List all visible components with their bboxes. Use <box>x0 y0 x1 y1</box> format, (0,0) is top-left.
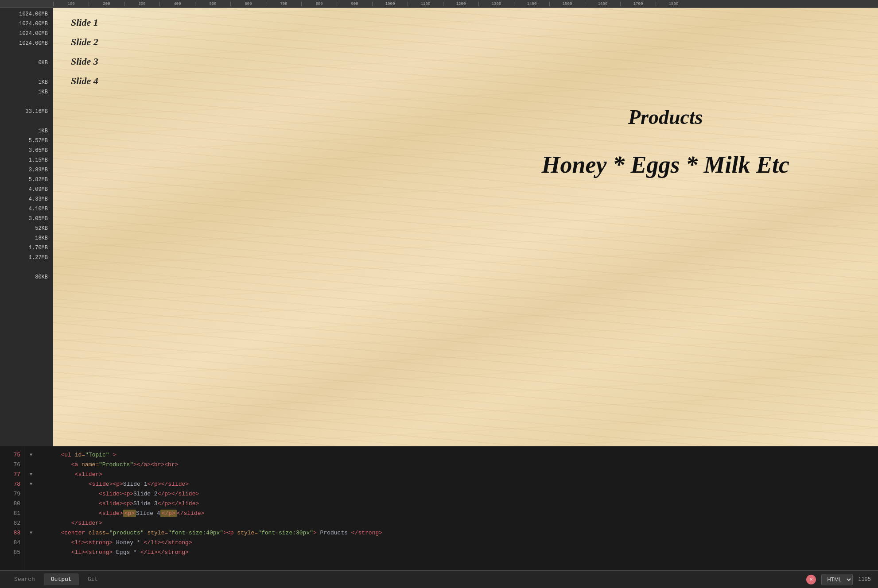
code-editor[interactable]: 75 76 77 78 79 80 81 82 83 84 85 ▼ <ul i… <box>0 446 878 570</box>
code-line-84: <li><strong> Honey * </li></strong> <box>30 538 878 547</box>
sidebar-item: 80KB <box>4 273 50 282</box>
line-num-82: 82 <box>0 518 24 528</box>
line-count: 1105 <box>858 576 871 583</box>
sidebar-item: 3.65MB <box>4 146 50 155</box>
sidebar-item: 1KB <box>4 88 50 97</box>
sidebar-item: 0KB <box>4 58 50 67</box>
fold-arrow[interactable]: ▼ <box>30 453 32 457</box>
sidebar-item: 52KB <box>4 224 50 233</box>
code-line-75: ▼ <ul id= "Topic" > <box>30 450 878 460</box>
main-area: 1024.00MB 1024.00MB 1024.00MB 1024.00MB … <box>0 8 878 446</box>
ruler-mark: 1500 <box>549 2 585 6</box>
ruler-mark: 1300 <box>478 2 514 6</box>
ruler-mark: 1200 <box>443 2 478 6</box>
sidebar-item <box>4 68 50 77</box>
tab-git[interactable]: Git <box>81 573 105 585</box>
status-tabs: Search Output Git <box>7 573 105 585</box>
slide-item-3: Slide 3 <box>71 56 860 67</box>
code-line-76: <a name= "Products" ></a><br><br> <box>30 460 878 469</box>
sidebar-item <box>4 49 50 58</box>
ruler-mark: 1600 <box>585 2 620 6</box>
sidebar-item: 1KB <box>4 78 50 87</box>
tab-search[interactable]: Search <box>7 573 42 585</box>
ruler-mark: 1700 <box>620 2 656 6</box>
sidebar-item <box>4 97 50 106</box>
ruler-mark: 100 <box>53 2 89 6</box>
code-line-83: ▼ <center class= "products" style= "font… <box>30 528 878 538</box>
slide-list: Slide 1 Slide 2 Slide 3 Slide 4 <box>71 17 860 87</box>
sidebar-item: 1024.00MB <box>4 39 50 48</box>
ruler-mark: 1100 <box>408 2 443 6</box>
line-num-79: 79 <box>0 489 24 499</box>
sidebar-item <box>4 117 50 126</box>
preview-content: Slide 1 Slide 2 Slide 3 Slide 4 <box>53 8 878 109</box>
ruler-mark: 600 <box>230 2 266 6</box>
slide-item-2: Slide 2 <box>71 36 860 48</box>
ruler-mark: 400 <box>159 2 195 6</box>
language-selector[interactable]: HTML <box>821 574 853 585</box>
line-num-80: 80 <box>0 499 24 508</box>
ruler-mark: 1800 <box>656 2 691 6</box>
status-right: ✕ HTML 1105 <box>806 574 871 585</box>
line-num-77: 77 <box>0 469 24 479</box>
sidebar-item: 1.15MB <box>4 156 50 165</box>
ruler-mark: 200 <box>89 2 124 6</box>
sidebar: 1024.00MB 1024.00MB 1024.00MB 1024.00MB … <box>0 8 53 446</box>
sidebar-item: 1.27MB <box>4 253 50 262</box>
fold-arrow-83[interactable]: ▼ <box>30 530 32 535</box>
sidebar-item: 1024.00MB <box>4 29 50 38</box>
line-num-85: 85 <box>0 547 24 557</box>
preview-area: Slide 1 Slide 2 Slide 3 Slide 4 Products… <box>53 8 878 446</box>
sidebar-item: 4.10MB <box>4 205 50 213</box>
slide-item-4: Slide 4 <box>71 75 860 87</box>
code-line-82: </slider> <box>30 518 878 528</box>
sidebar-item: 1024.00MB <box>4 10 50 19</box>
ruler-marks: 100 200 300 400 500 600 700 800 900 1000… <box>53 2 691 6</box>
line-num-81: 81 <box>0 508 24 518</box>
sidebar-item: 4.09MB <box>4 185 50 194</box>
sidebar-item: 1024.00MB <box>4 19 50 28</box>
sidebar-item <box>4 263 50 272</box>
products-section: Products Honey * Eggs * Milk Etc <box>541 105 789 178</box>
ruler-mark: 300 <box>124 2 159 6</box>
line-numbers: 75 76 77 78 79 80 81 82 83 84 85 <box>0 446 24 570</box>
slide-item-1: Slide 1 <box>71 17 860 28</box>
close-button[interactable]: ✕ <box>806 575 816 584</box>
ruler-mark: 1000 <box>372 2 408 6</box>
sidebar-item: 33.16MB <box>4 107 50 116</box>
sidebar-item: 4.33MB <box>4 195 50 204</box>
code-line-77: ▼ <slider> <box>30 469 878 479</box>
fold-arrow-77[interactable]: ▼ <box>30 472 32 477</box>
code-content[interactable]: ▼ <ul id= "Topic" > <a name= "Products" … <box>24 446 878 570</box>
ruler-mark: 500 <box>195 2 230 6</box>
line-num-76: 76 <box>0 460 24 469</box>
sidebar-item: 18KB <box>4 234 50 243</box>
code-line-85: <li><strong> Eggs * </li></strong> <box>30 547 878 557</box>
code-line-80: <slide><p> Slide 3 </p></slide> <box>30 499 878 508</box>
editor-area: 75 76 77 78 79 80 81 82 83 84 85 ▼ <ul i… <box>0 446 878 588</box>
code-line-79: <slide><p> Slide 2 </p></slide> <box>30 489 878 499</box>
sidebar-item: 5.82MB <box>4 175 50 184</box>
products-subtitle: Honey * Eggs * Milk Etc <box>541 151 789 178</box>
sidebar-item: 1KB <box>4 127 50 135</box>
fold-arrow-78[interactable]: ▼ <box>30 482 32 487</box>
ruler: 100 200 300 400 500 600 700 800 900 1000… <box>0 0 878 8</box>
sidebar-item: 1.70MB <box>4 244 50 252</box>
line-num-84: 84 <box>0 538 24 547</box>
sidebar-item: 5.57MB <box>4 136 50 145</box>
code-line-78: ▼ <slide><p> Slide 1 </p></slide> <box>30 479 878 489</box>
tab-output[interactable]: Output <box>44 573 79 585</box>
ruler-mark: 1400 <box>514 2 549 6</box>
ruler-mark: 700 <box>266 2 301 6</box>
line-num-78: 78 <box>0 479 24 489</box>
status-bar: Search Output Git ✕ HTML 1105 <box>0 570 878 588</box>
line-num-75: 75 <box>0 450 24 460</box>
ruler-mark: 900 <box>337 2 372 6</box>
code-line-81: <slide> <p> Slide 4 </p> </slide> <box>30 508 878 518</box>
sidebar-item: 3.89MB <box>4 166 50 174</box>
sidebar-item: 3.05MB <box>4 214 50 223</box>
line-num-83: 83 <box>0 528 24 538</box>
ruler-mark: 800 <box>301 2 337 6</box>
